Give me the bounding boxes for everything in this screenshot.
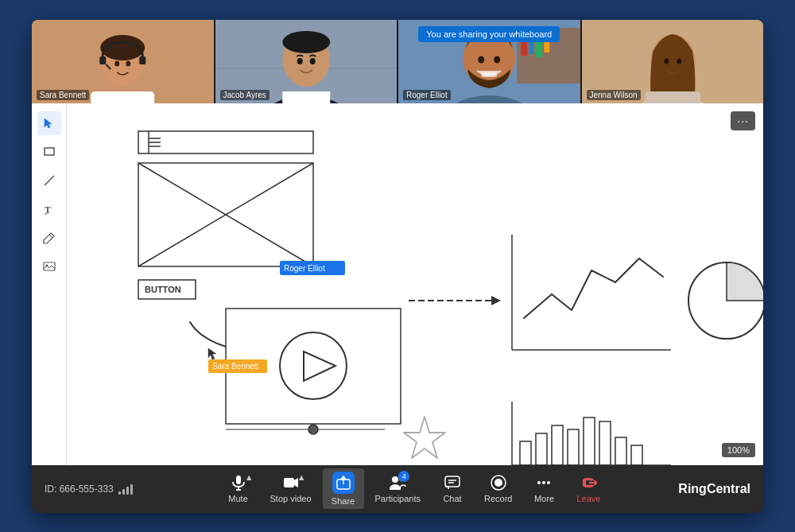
svg-point-14 xyxy=(282,31,330,53)
tool-rectangle[interactable] xyxy=(37,140,61,164)
participant-name-roger: Roger Elliot xyxy=(403,90,451,100)
participant-tile-jenna[interactable]: Jenna Wilson xyxy=(582,20,764,103)
participant-name-sara: Sara Bennett xyxy=(37,90,89,100)
record-icon xyxy=(490,474,507,491)
svg-marker-61 xyxy=(491,296,501,305)
svg-rect-40 xyxy=(44,262,55,270)
share-button[interactable]: Share xyxy=(323,468,364,509)
svg-point-83 xyxy=(392,476,398,483)
svg-rect-73 xyxy=(631,445,642,465)
whiteboard-menu-button[interactable]: ··· xyxy=(731,111,755,130)
stop-video-button[interactable]: ▲ Stop video xyxy=(262,471,320,507)
svg-rect-72 xyxy=(615,437,626,465)
participants-strip: Sara Bennett xyxy=(32,20,763,103)
signal-icon xyxy=(118,483,133,495)
svg-rect-71 xyxy=(599,421,611,465)
brand-logo: RingCentral xyxy=(655,482,750,496)
main-area: T ··· 100% xyxy=(32,103,763,465)
app-window: Sara Bennett xyxy=(32,20,763,513)
leave-button[interactable]: Leave xyxy=(568,471,609,507)
participant-tile-sara[interactable]: Sara Bennett xyxy=(32,20,215,103)
svg-point-26 xyxy=(478,56,484,63)
svg-rect-4 xyxy=(99,56,106,64)
participant-tile-roger[interactable]: You are sharing your whiteboard Roger El… xyxy=(398,20,582,103)
chat-icon xyxy=(444,474,461,491)
leave-label: Leave xyxy=(576,494,600,503)
signal-bar-4 xyxy=(130,484,133,495)
meeting-id-area: ID: 666-555-333 xyxy=(45,483,172,495)
svg-point-32 xyxy=(664,58,669,64)
svg-point-27 xyxy=(494,56,500,63)
svg-rect-66 xyxy=(520,441,531,465)
participant-tile-jacob[interactable]: Jacob Ayres xyxy=(215,20,399,103)
svg-rect-9 xyxy=(91,91,154,103)
bottom-bar: ID: 666-555-333 ▲ Mute xyxy=(32,465,763,513)
svg-text:Roger Elliot: Roger Elliot xyxy=(284,264,325,273)
chat-label: Chat xyxy=(443,494,461,503)
record-label: Record xyxy=(484,494,512,503)
svg-point-89 xyxy=(494,479,502,487)
whiteboard-canvas: Roger Elliot BUTTON Sara Bennett xyxy=(67,103,763,465)
meeting-id-text: ID: 666-555-333 xyxy=(45,483,114,495)
record-button[interactable]: Record xyxy=(476,471,520,507)
participants-button[interactable]: 4 Participants xyxy=(367,471,429,507)
toolbar: T xyxy=(32,103,67,465)
leave-icon xyxy=(580,474,597,491)
svg-rect-17 xyxy=(282,91,330,103)
tool-image[interactable] xyxy=(37,254,61,278)
svg-rect-35 xyxy=(45,148,54,155)
participants-icon: 4 xyxy=(389,474,406,491)
tool-pen[interactable] xyxy=(37,226,61,250)
svg-rect-69 xyxy=(568,429,579,465)
participant-name-jenna: Jenna Wilson xyxy=(587,90,641,100)
participant-name-jacob: Jacob Ayres xyxy=(220,90,270,100)
svg-rect-70 xyxy=(584,417,595,465)
more-button[interactable]: More xyxy=(523,471,564,507)
signal-bar-1 xyxy=(118,491,121,495)
share-icon xyxy=(332,472,355,494)
svg-rect-34 xyxy=(645,91,700,103)
chat-button[interactable]: Chat xyxy=(432,471,473,507)
svg-point-90 xyxy=(537,481,541,484)
mute-label: Mute xyxy=(228,494,247,503)
participants-badge: 4 xyxy=(398,471,409,482)
mute-icon: ▲ xyxy=(230,474,247,491)
svg-rect-80 xyxy=(284,478,294,487)
svg-point-8 xyxy=(126,60,130,66)
svg-rect-42 xyxy=(138,131,313,153)
svg-text:Sara Bennett: Sara Bennett xyxy=(212,362,259,371)
sharing-banner: You are sharing your whiteboard xyxy=(418,26,560,42)
svg-point-91 xyxy=(542,481,545,484)
svg-point-33 xyxy=(677,58,681,64)
svg-text:BUTTON: BUTTON xyxy=(145,285,181,294)
zoom-indicator: 100% xyxy=(722,443,755,457)
tool-text[interactable]: T xyxy=(37,197,61,221)
svg-line-36 xyxy=(45,176,54,185)
signal-bar-3 xyxy=(126,487,129,495)
svg-point-92 xyxy=(547,481,550,484)
stop-video-label: Stop video xyxy=(270,494,312,503)
participants-label: Participants xyxy=(375,494,421,503)
tool-cursor[interactable] xyxy=(37,111,61,135)
svg-point-15 xyxy=(297,58,302,64)
tool-line[interactable] xyxy=(37,169,61,192)
svg-rect-68 xyxy=(552,425,563,465)
svg-point-7 xyxy=(114,60,119,66)
svg-rect-28 xyxy=(481,72,497,77)
more-icon xyxy=(535,474,553,491)
svg-rect-5 xyxy=(139,56,145,64)
share-label: Share xyxy=(332,496,355,506)
whiteboard[interactable]: ··· 100% Roger Elliot BUTTON xyxy=(67,103,763,465)
mute-button[interactable]: ▲ Mute xyxy=(218,471,259,507)
svg-rect-85 xyxy=(445,476,460,487)
more-label: More xyxy=(534,494,554,503)
signal-bar-2 xyxy=(122,489,125,495)
controls-center: ▲ Mute ▲ Stop video Share xyxy=(172,468,655,509)
svg-point-16 xyxy=(309,58,315,64)
svg-line-39 xyxy=(49,235,52,238)
stop-video-icon: ▲ xyxy=(282,474,300,491)
svg-rect-67 xyxy=(536,433,547,465)
svg-point-76 xyxy=(308,425,318,434)
